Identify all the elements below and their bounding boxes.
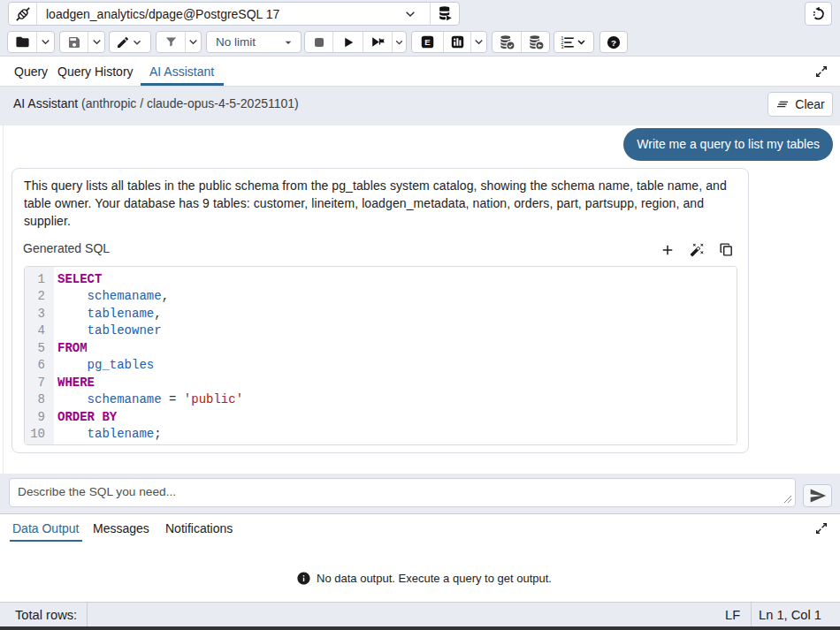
svg-text:3: 3 (561, 43, 564, 49)
svg-text:?: ? (611, 37, 616, 47)
svg-text:E: E (424, 37, 430, 47)
